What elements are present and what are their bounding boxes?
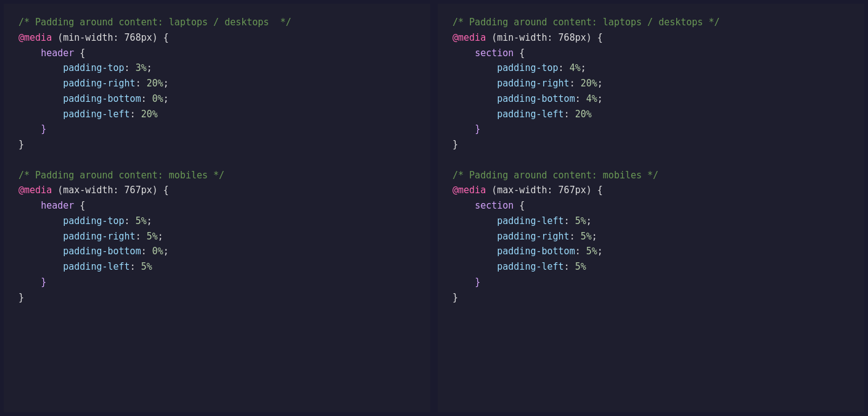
left-at-1: @media [18,32,52,43]
right-prop-6: padding-right [497,231,569,242]
right-prop-7: padding-bottom [497,246,575,257]
left-prop-4: padding-left [63,109,129,120]
left-at-2: @media [18,185,52,196]
left-panel: /* Padding around content: laptops / des… [4,4,430,412]
right-selector-2: section [475,200,514,211]
right-selector-1: section [475,48,514,59]
left-prop-2: padding-right [63,78,135,89]
right-prop-2: padding-right [497,78,569,89]
right-comment-1: /* Padding around content: laptops / des… [452,17,719,28]
right-prop-5: padding-left [497,215,563,227]
right-comment-2: /* Padding around content: mobiles */ [452,170,658,181]
right-prop-1: padding-top [497,62,558,73]
right-code: /* Padding around content: laptops / des… [452,15,850,305]
left-prop-3: padding-bottom [63,93,141,104]
right-prop-8: padding-left [497,261,563,272]
left-code: /* Padding around content: laptops / des… [18,15,416,305]
left-prop-7: padding-bottom [63,246,141,257]
right-panel: /* Padding around content: laptops / des… [438,4,864,412]
left-prop-6: padding-right [63,231,135,242]
left-comment-2: /* Padding around content: mobiles */ [18,170,224,181]
right-prop-3: padding-bottom [497,93,575,104]
left-prop-1: padding-top [63,62,124,73]
left-prop-5: padding-top [63,215,124,227]
right-at-2: @media [452,185,486,196]
right-prop-4: padding-left [497,109,563,120]
left-prop-8: padding-left [63,261,129,272]
right-at-1: @media [452,32,486,43]
left-comment-1: /* Padding around content: laptops / des… [18,17,292,28]
left-selector-1: header [41,48,74,59]
left-selector-2: header [41,200,74,211]
